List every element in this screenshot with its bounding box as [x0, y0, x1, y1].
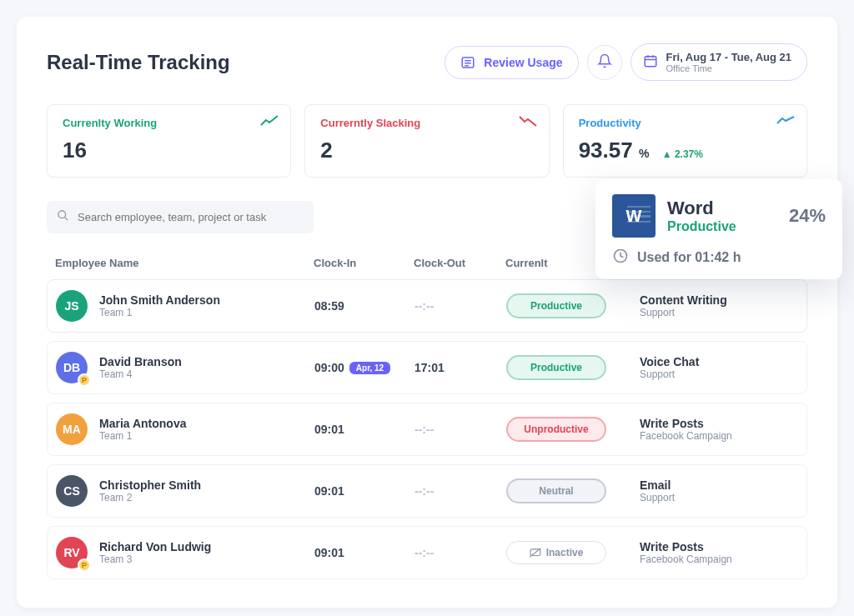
date-chip: Apr, 12	[349, 362, 390, 374]
project-category: Facebook Campaign	[640, 553, 798, 565]
stat-slacking-label: Currerntly Slacking	[320, 117, 533, 129]
stat-working-label: Currenlty Working	[63, 117, 275, 129]
employee-team: Team 1	[99, 430, 187, 442]
word-app-icon: W	[612, 194, 656, 238]
employee-team: Team 2	[99, 492, 201, 503]
header: Real-Time Tracking Review Usage Fri, Aug…	[47, 43, 807, 81]
clock-in-value: 09:01	[314, 484, 414, 498]
project-name: Content Writing	[640, 293, 798, 307]
avatar: RVP	[56, 537, 88, 568]
popover-percent: 24%	[789, 205, 826, 227]
table-row[interactable]: JS John Smith Anderson Team 1 08:59 --:-…	[47, 279, 807, 333]
project-name: Voice Chat	[640, 355, 798, 368]
clock-in-value: 08:59	[314, 299, 414, 313]
search-icon	[57, 209, 69, 225]
status-badge: Productive	[506, 293, 606, 318]
col-clock-out: Clock-Out	[414, 257, 505, 269]
popover-duration: Used for 01:42 h	[637, 250, 741, 265]
employee-name: David Branson	[99, 355, 182, 368]
project-category: Support	[640, 492, 798, 503]
employee-team: Team 1	[99, 307, 220, 318]
status-badge: Inactive	[506, 541, 606, 564]
paused-badge: P	[78, 558, 91, 572]
trend-line-icon	[776, 115, 795, 130]
project-category: Support	[640, 307, 798, 318]
stat-slacking-value: 2	[320, 138, 533, 163]
status-badge: Neutral	[506, 478, 606, 503]
app-usage-popover: W Word Productive 24% Used for 01:42 h	[595, 179, 842, 279]
review-usage-label: Review Usage	[484, 56, 562, 69]
notifications-button[interactable]	[587, 45, 622, 80]
clock-out-value: --:--	[414, 484, 506, 498]
employee-team: Team 3	[99, 553, 211, 565]
employee-name: Maria Antonova	[99, 417, 187, 430]
table-body: JS John Smith Anderson Team 1 08:59 --:-…	[47, 279, 807, 579]
list-icon	[460, 55, 475, 70]
stat-slacking[interactable]: Currerntly Slacking 2	[304, 104, 549, 178]
stats-row: Currenlty Working 16 Currerntly Slacking…	[47, 104, 807, 178]
clock-in-value: 09:00Apr, 12	[314, 361, 414, 374]
calendar-icon	[643, 53, 658, 72]
col-employee: Employee Name	[55, 257, 314, 269]
stat-working[interactable]: Currenlty Working 16	[47, 104, 291, 178]
search-input[interactable]	[78, 211, 304, 223]
trend-up-icon	[260, 115, 279, 130]
stat-productivity-label: Productivity	[579, 117, 791, 129]
stat-productivity-number: 93.57	[579, 138, 633, 163]
avatar: MA	[56, 413, 88, 445]
date-range-picker[interactable]: Fri, Aug 17 - Tue, Aug 21 Office Time	[630, 43, 807, 81]
svg-point-8	[58, 211, 66, 218]
col-clock-in: Clock-In	[314, 257, 414, 269]
popover-app-name: Word	[667, 198, 736, 219]
bell-icon	[597, 53, 612, 72]
table-row[interactable]: CS Christopher Smith Team 2 09:01 --:-- …	[47, 464, 807, 518]
project-name: Write Posts	[640, 417, 798, 430]
tracking-panel: Real-Time Tracking Review Usage Fri, Aug…	[17, 17, 837, 608]
project-name: Email	[640, 478, 798, 492]
date-range-text: Fri, Aug 17 - Tue, Aug 21	[666, 51, 791, 63]
stat-productivity[interactable]: Productivity 93.57 % ▲ 2.37%	[563, 104, 807, 178]
page-title: Real-Time Tracking	[47, 51, 230, 74]
svg-line-9	[64, 217, 68, 220]
clock-out-value: --:--	[414, 299, 506, 313]
employee-name: John Smith Anderson	[99, 293, 220, 307]
avatar: CS	[56, 475, 88, 507]
clock-icon	[612, 248, 629, 268]
clock-out-value: --:--	[414, 423, 506, 436]
trend-down-icon	[519, 115, 537, 130]
header-actions: Review Usage Fri, Aug 17 - Tue, Aug 21 O…	[445, 43, 807, 81]
svg-rect-4	[645, 56, 656, 66]
stat-working-value: 16	[63, 138, 275, 163]
employee-name: Richard Von Ludwig	[99, 540, 211, 553]
status-badge: Unproductive	[506, 417, 606, 442]
stat-productivity-unit: %	[639, 147, 649, 160]
stat-productivity-delta: ▲ 2.37%	[662, 148, 703, 160]
project-category: Support	[640, 368, 798, 380]
avatar: DBP	[56, 352, 88, 383]
project-name: Write Posts	[640, 540, 798, 553]
avatar: JS	[56, 290, 88, 322]
clock-in-value: 09:01	[314, 423, 414, 436]
project-category: Facebook Campaign	[640, 430, 798, 442]
stat-productivity-value: 93.57 % ▲ 2.37%	[579, 138, 791, 163]
employee-team: Team 4	[99, 368, 182, 380]
clock-out-value: --:--	[414, 546, 506, 559]
paused-badge: P	[78, 373, 91, 387]
review-usage-button[interactable]: Review Usage	[445, 46, 578, 79]
clock-in-value: 09:01	[314, 546, 414, 559]
employee-name: Christopher Smith	[99, 478, 201, 492]
status-badge: Productive	[506, 355, 606, 380]
search-box[interactable]	[47, 201, 314, 233]
table-row[interactable]: RVP Richard Von Ludwig Team 3 09:01 --:-…	[47, 526, 807, 579]
clock-out-value: 17:01	[414, 361, 506, 374]
popover-classification: Productive	[667, 219, 736, 234]
table-row[interactable]: MA Maria Antonova Team 1 09:01 --:-- Unp…	[47, 403, 807, 456]
date-range-subtext: Office Time	[666, 63, 791, 73]
table-row[interactable]: DBP David Branson Team 4 09:00Apr, 12 17…	[47, 341, 807, 394]
